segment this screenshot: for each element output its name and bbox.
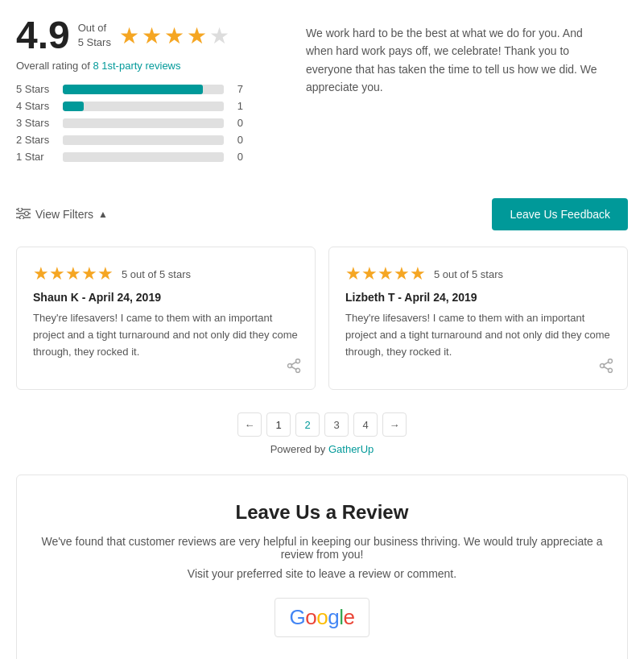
out-of-label: Out of 5 Stars (78, 21, 111, 50)
bar-count-3: 0 (232, 117, 243, 129)
powered-by: Powered by GatherUp (16, 443, 628, 455)
review-star-label-1: 5 out of 5 stars (122, 268, 191, 280)
pagination-page-2[interactable]: 2 (295, 412, 320, 437)
bar-track-4 (63, 135, 224, 145)
review-star-icons-2: ★★★★★ (345, 263, 426, 284)
review-stars-2: ★★★★★ 5 out of 5 stars (345, 263, 611, 284)
first-party-link[interactable]: 8 1st-party reviews (93, 60, 180, 72)
rating-left: 4.9 Out of 5 Stars ★ ★ ★ ★ ★ Overall rat… (16, 16, 274, 163)
star-5: ★ (209, 23, 229, 49)
svg-line-10 (291, 363, 296, 365)
filter-icon (16, 208, 31, 222)
leave-review-sub: Visit your preferred site to leave a rev… (36, 567, 608, 580)
bar-row-1: 5 Stars 7 (16, 83, 274, 95)
bar-label-5: 1 Star (16, 151, 55, 163)
leave-review-desc: We've found that customer reviews are ve… (36, 535, 608, 561)
star-3: ★ (164, 23, 184, 49)
review-stars-1: ★★★★★ 5 out of 5 stars (33, 263, 299, 284)
bar-track-3 (63, 118, 224, 128)
bar-row-3: 3 Stars 0 (16, 117, 274, 129)
share-icon-1[interactable] (286, 358, 302, 378)
g-letter-o1: o (305, 605, 316, 630)
bar-label-3: 3 Stars (16, 117, 55, 129)
pagination-page-1[interactable]: 1 (266, 412, 291, 437)
gatherup-link[interactable]: GatherUp (328, 443, 374, 455)
bar-track-1 (63, 85, 224, 94)
g-letter-g: G (290, 605, 306, 630)
rating-description: We work hard to be the best at what we d… (306, 16, 612, 163)
bar-count-1: 7 (232, 83, 243, 95)
overall-rating: Overall rating of 8 1st-party reviews (16, 60, 274, 72)
big-rating: 4.9 Out of 5 Stars ★ ★ ★ ★ ★ (16, 16, 274, 55)
bar-track-5 (63, 152, 224, 162)
bar-row-2: 4 Stars 1 (16, 100, 274, 112)
svg-line-15 (604, 363, 609, 365)
star-1: ★ (119, 23, 139, 49)
pagination-next[interactable]: → (382, 412, 407, 437)
rating-number: 4.9 (16, 16, 70, 55)
bar-fill-1 (63, 85, 203, 94)
g-letter-e: e (343, 605, 354, 630)
reviewer-name-1: Shaun K - April 24, 2019 (33, 291, 299, 304)
review-card-1: ★★★★★ 5 out of 5 stars Shaun K - April 2… (16, 247, 316, 390)
rating-stars: ★ ★ ★ ★ ★ (119, 23, 229, 49)
view-filters[interactable]: View Filters ▲ (16, 208, 108, 222)
rating-bars: 5 Stars 7 4 Stars 1 3 Stars 0 2 Stars 0 (16, 83, 274, 163)
star-4: ★ (187, 23, 207, 49)
leave-feedback-button[interactable]: Leave Us Feedback (492, 198, 628, 230)
bar-row-4: 2 Stars 0 (16, 134, 274, 146)
g-letter-o2: o (316, 605, 328, 630)
svg-line-9 (291, 367, 296, 370)
review-card-2: ★★★★★ 5 out of 5 stars Lizbeth T - April… (328, 247, 628, 390)
reviewer-name-2: Lizbeth T - April 24, 2019 (345, 291, 611, 304)
pagination-page-3[interactable]: 3 (324, 412, 349, 437)
svg-point-4 (25, 211, 29, 215)
star-2: ★ (142, 23, 162, 49)
review-star-label-2: 5 out of 5 stars (434, 268, 503, 280)
svg-point-3 (19, 208, 23, 212)
bar-count-2: 1 (232, 100, 243, 112)
bar-track-2 (63, 102, 224, 111)
leave-review-title: Leave Us a Review (36, 501, 608, 524)
view-filters-label: View Filters (35, 208, 93, 221)
controls-row: View Filters ▲ Leave Us Feedback (16, 198, 628, 230)
pagination-page-4[interactable]: 4 (353, 412, 378, 437)
svg-line-14 (604, 367, 609, 370)
pagination: ←1234→ (16, 412, 628, 437)
share-icon-2[interactable] (598, 358, 614, 378)
bar-row-5: 1 Star 0 (16, 151, 274, 163)
top-section: 4.9 Out of 5 Stars ★ ★ ★ ★ ★ Overall rat… (16, 16, 628, 179)
review-star-icons-1: ★★★★★ (33, 263, 114, 284)
reviews-grid: ★★★★★ 5 out of 5 stars Shaun K - April 2… (16, 247, 628, 390)
bar-count-4: 0 (232, 134, 243, 146)
bar-label-4: 2 Stars (16, 134, 55, 146)
g-letter-g2: g (328, 605, 339, 630)
bar-label-1: 5 Stars (16, 83, 55, 95)
review-text-2: They're lifesavers! I came to them with … (345, 310, 611, 360)
bar-count-5: 0 (232, 151, 243, 163)
svg-point-5 (20, 215, 24, 219)
review-text-1: They're lifesavers! I came to them with … (33, 310, 299, 360)
bar-fill-2 (63, 102, 84, 111)
google-logo[interactable]: Google (275, 598, 370, 637)
bar-label-2: 4 Stars (16, 100, 55, 112)
chevron-up-icon: ▲ (98, 209, 108, 220)
pagination-prev[interactable]: ← (237, 412, 262, 437)
leave-review-section: Leave Us a Review We've found that custo… (16, 475, 628, 659)
